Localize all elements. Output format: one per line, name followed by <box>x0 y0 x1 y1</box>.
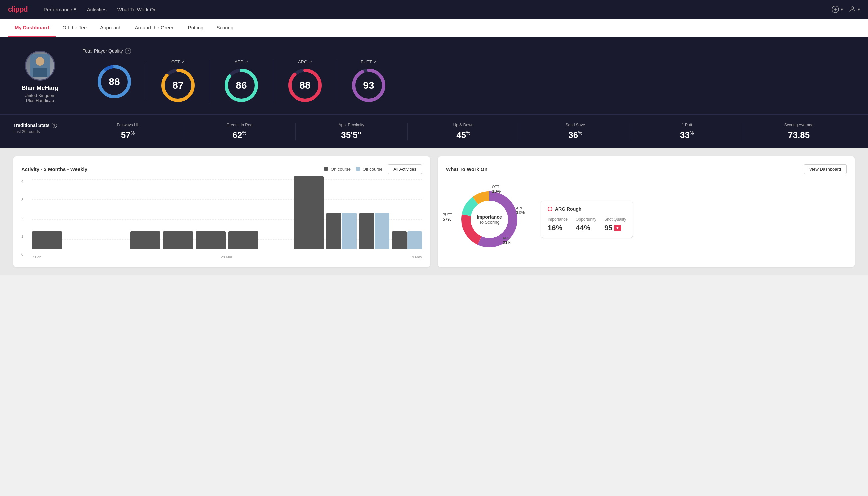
bar-on-course-6 <box>228 231 258 249</box>
player-info: Blair McHarg United Kingdom Plus Handica… <box>13 48 67 103</box>
stat-sand-save: Sand Save 36% <box>519 123 631 140</box>
bar-on-course-10 <box>359 213 374 249</box>
tab-around-the-green[interactable]: Around the Green <box>128 19 181 37</box>
chart-header: Activity - 3 Months - Weekly On course O… <box>21 164 422 174</box>
ring-overall: 88 <box>96 63 132 100</box>
gauge-label-arg: ARG ↗ <box>298 59 312 64</box>
gauge-overall: 88 <box>83 63 146 100</box>
gauge-label-putt: PUTT ↗ <box>361 59 377 64</box>
bar-group-0 <box>32 231 62 249</box>
gauge-label-ott: OTT ↗ <box>171 59 185 64</box>
stat-items: Fairways Hit 57% Greens In Reg 62% App. … <box>72 123 855 140</box>
bar-group-9 <box>327 213 357 249</box>
wtwo-header: What To Work On View Dashboard <box>446 164 847 174</box>
arg-importance: Importance 16% <box>548 217 568 232</box>
tab-scoring[interactable]: Scoring <box>210 19 240 37</box>
stat-scoring-average: Scoring Average 73.85 <box>743 123 855 140</box>
arg-title: ARG Rough <box>548 206 626 212</box>
user-menu-button[interactable]: ▾ <box>848 5 860 13</box>
activity-chart-card: Activity - 3 Months - Weekly On course O… <box>13 156 430 267</box>
arg-stats: Importance 16% Opportunity 44% Shot Qual… <box>548 217 626 232</box>
stats-help-icon[interactable]: ? <box>52 123 57 128</box>
ring-ott: 87 <box>160 67 196 104</box>
tab-off-the-tee[interactable]: Off the Tee <box>56 19 93 37</box>
player-country: United Kingdom <box>25 93 56 98</box>
bar-group-5 <box>195 231 225 249</box>
view-dashboard-button[interactable]: View Dashboard <box>804 164 847 174</box>
ring-putt: 93 <box>350 67 387 104</box>
stat-1-putt: 1 Putt 33% <box>631 123 743 140</box>
wtwo-card: What To Work On View Dashboard <box>438 156 855 267</box>
bar-off-course-9 <box>342 213 357 249</box>
bar-on-course-3 <box>130 231 160 249</box>
y-axis: 4 3 2 1 0 <box>21 179 23 257</box>
bar-group-7 <box>261 249 291 249</box>
tab-my-dashboard[interactable]: My Dashboard <box>8 19 56 37</box>
bar-spacer-1 <box>65 249 95 249</box>
score-arg: 88 <box>299 80 311 91</box>
svg-point-3 <box>851 7 854 9</box>
off-course-legend-dot <box>356 167 360 171</box>
bar-chart <box>32 179 422 252</box>
stats-label-group: Traditional Stats ? Last 20 rounds <box>13 123 67 134</box>
bar-spacer-7 <box>261 249 291 249</box>
gauge-putt: PUTT ↗ 93 <box>337 59 400 104</box>
arg-detail-card: ARG Rough Importance 16% Opportunity 44%… <box>541 201 633 238</box>
bar-on-course-5 <box>195 231 225 249</box>
tpq-help-icon[interactable]: ? <box>125 48 131 54</box>
stat-greens-in-reg: Greens In Reg 62% <box>184 123 296 140</box>
nav-activities[interactable]: Activities <box>87 5 107 14</box>
tpq-label: Total Player Quality ? <box>83 48 855 54</box>
bar-group-2 <box>98 249 128 249</box>
bar-group-4 <box>163 231 193 249</box>
stat-app-proximity: App. Proximity 35'5" <box>296 123 407 140</box>
all-activities-button[interactable]: All Activities <box>388 164 422 174</box>
arg-shot-quality: Shot Quality 95 ▼ <box>604 217 626 232</box>
ring-arg: 88 <box>287 67 323 104</box>
stat-fairways-hit: Fairways Hit 57% <box>72 123 184 140</box>
hero-section: Blair McHarg United Kingdom Plus Handica… <box>0 37 868 114</box>
bar-off-course-11 <box>407 231 422 249</box>
bar-on-course-4 <box>163 231 193 249</box>
gauge-app: APP ↗ 86 <box>210 59 273 104</box>
logo: clippd <box>8 5 28 14</box>
bar-group-8 <box>294 176 324 249</box>
stats-subtitle: Last 20 rounds <box>13 129 67 134</box>
stats-row: Traditional Stats ? Last 20 rounds Fairw… <box>0 114 868 148</box>
gauge-ott: OTT ↗ 87 <box>146 59 210 104</box>
nav-performance[interactable]: Performance ▾ <box>44 5 76 14</box>
player-name: Blair McHarg <box>21 84 58 92</box>
score-gauges: 88 OTT ↗ 87 APP <box>83 59 855 104</box>
bar-group-6 <box>228 231 258 249</box>
scores-area: Total Player Quality ? 88 OTT ↗ <box>83 48 855 104</box>
on-course-legend-dot <box>324 167 328 171</box>
cards-section: Activity - 3 Months - Weekly On course O… <box>0 148 868 275</box>
bar-group-3 <box>130 231 160 249</box>
svg-rect-6 <box>33 68 47 77</box>
tab-bar: My Dashboard Off the Tee Approach Around… <box>0 19 868 37</box>
stat-up-down: Up & Down 45% <box>407 123 519 140</box>
stats-title: Traditional Stats ? <box>13 123 67 128</box>
arg-dot <box>548 206 552 211</box>
score-putt: 93 <box>363 80 374 91</box>
add-button[interactable]: ▾ <box>831 5 843 13</box>
bar-group-1 <box>65 249 95 249</box>
bar-on-course-0 <box>32 231 62 249</box>
gauge-arg: ARG ↗ 88 <box>273 59 337 104</box>
arg-opportunity: Opportunity 44% <box>575 217 596 232</box>
bar-group-10 <box>359 213 389 249</box>
donut-center: Importance To Scoring <box>456 186 523 252</box>
tab-approach[interactable]: Approach <box>93 19 128 37</box>
gauge-label-app: APP ↗ <box>235 59 248 64</box>
nav-what-to-work-on[interactable]: What To Work On <box>117 5 157 14</box>
bar-off-course-10 <box>375 213 389 249</box>
shot-quality-badge: ▼ <box>614 225 621 231</box>
chart-area: 4 3 2 1 0 7 Feb 28 Mar 9 May <box>21 179 422 259</box>
chart-legend: On course Off course <box>324 167 382 172</box>
wtwo-content: Importance To Scoring OTT 10% APP 12% AR… <box>446 179 847 259</box>
donut-label-ott: OTT 10% <box>492 185 501 193</box>
tab-putting[interactable]: Putting <box>181 19 210 37</box>
wtwo-title: What To Work On <box>446 166 487 172</box>
score-ott: 87 <box>172 80 183 91</box>
chart-title: Activity - 3 Months - Weekly <box>21 166 87 172</box>
